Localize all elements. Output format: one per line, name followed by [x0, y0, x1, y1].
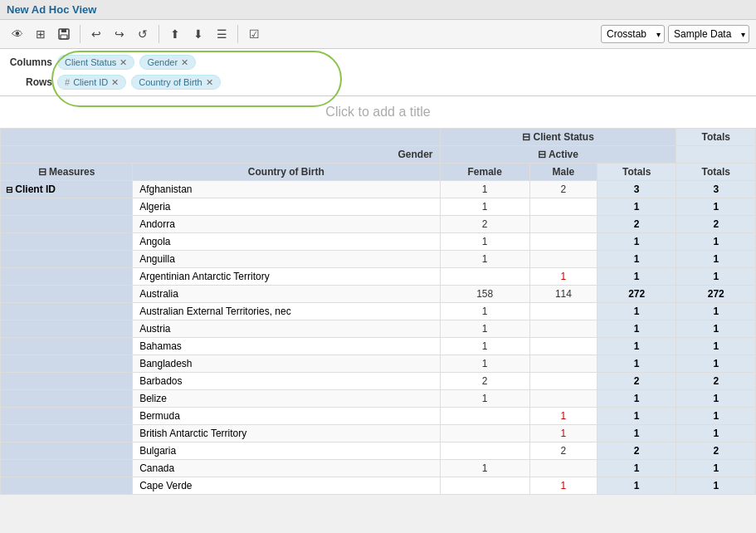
female-cell: 1: [440, 303, 529, 320]
client-status-tag[interactable]: Client Status ✕: [57, 55, 134, 70]
table-row: Australian External Territories, nec111: [1, 303, 756, 320]
collapse-client-status-icon[interactable]: ⊟: [522, 131, 530, 143]
grand-totals-cell: 272: [676, 286, 756, 303]
group-cell: [1, 268, 133, 286]
collapse-active-icon[interactable]: ⊟: [538, 149, 546, 160]
table-row: Canada111: [1, 460, 756, 477]
country-of-birth-tag[interactable]: Country of Birth ✕: [131, 75, 220, 90]
female-cell: 1: [440, 233, 529, 251]
data-select[interactable]: Sample Data Full Data: [668, 25, 749, 43]
male-cell: 1: [529, 425, 597, 443]
country-cell: Australian External Territories, nec: [133, 303, 440, 320]
header-active: ⊟ Active: [440, 146, 676, 164]
female-cell: 1: [440, 320, 529, 338]
grand-totals-cell: 1: [676, 355, 756, 373]
male-cell: 2: [529, 443, 597, 460]
totals-cell: 1: [597, 338, 676, 355]
grand-totals-cell: 3: [676, 181, 756, 198]
country-cell: Bulgaria: [133, 443, 440, 460]
client-status-remove[interactable]: ✕: [119, 58, 127, 67]
active-header-text: Active: [549, 149, 578, 160]
header-empty-1: [1, 129, 441, 146]
male-cell: 1: [529, 408, 597, 425]
table-row: Argentinian Antarctic Territory111: [1, 268, 756, 286]
grand-totals-cell: 1: [676, 477, 756, 495]
check-button[interactable]: ☑: [243, 23, 265, 45]
collapse-measures-icon[interactable]: ⊟: [38, 166, 46, 178]
rows-button[interactable]: ☰: [211, 23, 232, 45]
country-cell: Andorra: [133, 216, 440, 233]
grand-totals-cell: 1: [676, 425, 756, 443]
female-cell: 1: [440, 251, 529, 268]
reset-button[interactable]: ↺: [132, 23, 154, 45]
gender-tag[interactable]: Gender ✕: [139, 55, 196, 70]
female-cell: 1: [440, 355, 529, 373]
country-cell: Anguilla: [133, 251, 440, 268]
view-select-wrapper: Crosstab Table Chart: [601, 25, 665, 43]
client-id-remove[interactable]: ✕: [111, 78, 119, 87]
undo-button[interactable]: ↩: [85, 23, 107, 45]
totals-cell: 2: [597, 373, 676, 390]
page-title[interactable]: Click to add a title: [0, 96, 756, 128]
totals-cell: 1: [597, 268, 676, 286]
country-cell: British Antarctic Territory: [133, 425, 440, 443]
male-cell: [529, 198, 597, 216]
male-cell: 114: [529, 286, 597, 303]
table-row: Algeria111: [1, 198, 756, 216]
grand-totals-cell: 2: [676, 443, 756, 460]
table-row: Bulgaria222: [1, 443, 756, 460]
totals-cell: 2: [597, 443, 676, 460]
header-row-1: ⊟ Client Status Totals: [1, 129, 756, 146]
group-cell: [1, 198, 133, 216]
female-cell: 1: [440, 390, 529, 408]
eye-button[interactable]: 👁: [7, 23, 28, 45]
collapse-clientid-icon[interactable]: ⊟: [6, 185, 12, 194]
grand-totals-cell: 1: [676, 460, 756, 477]
male-cell: 1: [529, 268, 597, 286]
svg-rect-1: [61, 29, 66, 32]
male-cell: [529, 320, 597, 338]
country-cell: Bangladesh: [133, 355, 440, 373]
country-cell: Barbados: [133, 373, 440, 390]
measures-header-text: Measures: [49, 166, 95, 178]
country-of-birth-remove[interactable]: ✕: [206, 78, 213, 87]
sort-up-button[interactable]: ⬆: [164, 23, 186, 45]
female-cell: [440, 477, 529, 495]
male-cell: 1: [529, 477, 597, 495]
male-cell: [529, 251, 597, 268]
gender-remove[interactable]: ✕: [181, 58, 188, 67]
save-button[interactable]: [53, 23, 75, 45]
male-cell: [529, 390, 597, 408]
client-id-tag[interactable]: # Client ID ✕: [57, 75, 126, 90]
header-row-3: ⊟ Measures Country of Birth Female Male …: [1, 164, 756, 181]
redo-button[interactable]: ↪: [109, 23, 130, 45]
rows-row: Rows # Client ID ✕ Country of Birth ✕: [7, 72, 749, 92]
table-button[interactable]: ⊞: [30, 23, 51, 45]
group-cell: [1, 355, 133, 373]
toolbar: 👁 ⊞ ↩ ↪ ↺ ⬆ ⬇ ☰ ☑ Crosstab Table Chart S…: [0, 20, 756, 49]
app-title: New Ad Hoc View: [7, 3, 96, 16]
female-cell: 2: [440, 216, 529, 233]
client-id-label: Client ID: [73, 77, 108, 87]
grand-totals-cell: 1: [676, 251, 756, 268]
table-row: Anguilla111: [1, 251, 756, 268]
group-cell: [1, 216, 133, 233]
table-row: Bahamas111: [1, 338, 756, 355]
sort-down-button[interactable]: ⬇: [188, 23, 209, 45]
country-cell: Belize: [133, 390, 440, 408]
client-status-header-text: Client Status: [533, 131, 593, 143]
country-cell: Algeria: [133, 198, 440, 216]
grand-totals-cell: 1: [676, 390, 756, 408]
view-select[interactable]: Crosstab Table Chart: [601, 25, 665, 43]
male-cell: [529, 216, 597, 233]
grand-totals-cell: 2: [676, 216, 756, 233]
grand-totals-cell: 1: [676, 268, 756, 286]
country-cell: Bermuda: [133, 408, 440, 425]
separator-1: [80, 25, 80, 43]
female-cell: [440, 443, 529, 460]
grand-totals-cell: 1: [676, 320, 756, 338]
grand-totals-cell: 2: [676, 373, 756, 390]
table-row: Bermuda111: [1, 408, 756, 425]
female-cell: [440, 408, 529, 425]
table-row: Barbados222: [1, 373, 756, 390]
